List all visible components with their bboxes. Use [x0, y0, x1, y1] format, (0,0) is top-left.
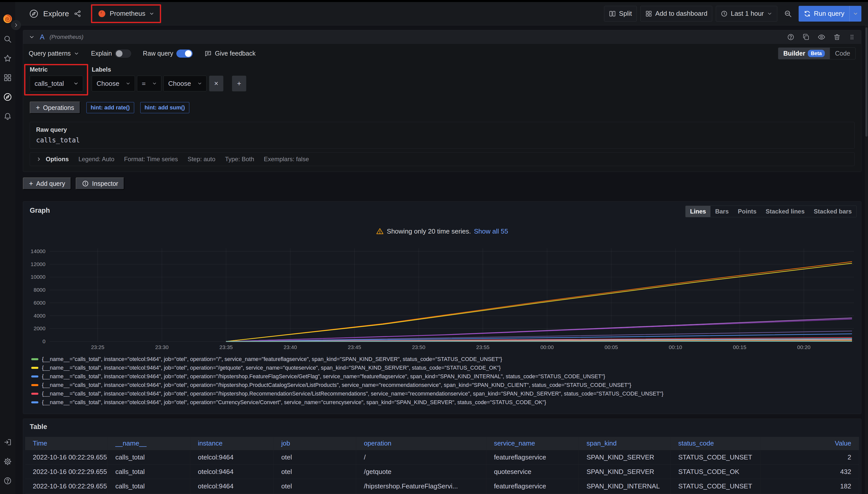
window-top-strip — [0, 0, 868, 2]
sidebar-item-alerting[interactable] — [0, 107, 15, 126]
svg-text:6000: 6000 — [34, 300, 46, 306]
run-query-button[interactable]: Run query — [799, 6, 862, 22]
duplicate-query-icon[interactable] — [802, 33, 810, 41]
hide-response-eye-icon[interactable] — [817, 33, 826, 41]
hint-add-rate-button[interactable]: hint: add rate() — [86, 102, 134, 113]
table-header-time[interactable]: Time — [25, 437, 108, 450]
add-query-button[interactable]: + Add query — [23, 177, 71, 190]
explore-compass-icon — [3, 92, 12, 101]
table-header-instance[interactable]: instance — [190, 437, 274, 450]
query-patterns-dropdown[interactable]: Query patterns — [29, 50, 79, 57]
builder-tab[interactable]: Builder Beta — [778, 48, 830, 59]
explore-actions: + Add query Inspector — [23, 177, 862, 190]
sidebar-item-dashboards[interactable] — [0, 68, 15, 87]
explore-icon — [29, 9, 39, 19]
legend-item[interactable]: {__name__="calls_total", instance="otelc… — [31, 390, 854, 398]
share-icon[interactable] — [74, 10, 81, 18]
scrollbar-thumb[interactable] — [866, 27, 868, 137]
raw-query-caption: Raw query — [36, 126, 848, 133]
graph-mode-lines[interactable]: Lines — [686, 206, 711, 217]
table-cell: featureflagservice — [486, 479, 579, 494]
table-header-value[interactable]: Value — [761, 437, 859, 450]
legend-item[interactable]: {__name__="calls_total", instance="otelc… — [31, 372, 854, 381]
table-cell: otel — [274, 479, 356, 494]
add-label-filter-button[interactable]: + — [232, 76, 246, 91]
series-label: {__name__="calls_total", instance="otelc… — [42, 356, 502, 362]
datasource-name: Prometheus — [110, 10, 145, 18]
sidebar-item-help[interactable] — [0, 471, 15, 491]
gear-icon — [3, 457, 12, 466]
sidebar-item-starred[interactable] — [0, 49, 15, 68]
sidebar-item-explore[interactable] — [0, 87, 15, 107]
run-query-dropdown[interactable] — [849, 6, 862, 22]
svg-text:00:00: 00:00 — [541, 344, 554, 350]
table-header-operation[interactable]: operation — [356, 437, 486, 450]
legend-item[interactable]: {__name__="calls_total", instance="otelc… — [31, 381, 854, 390]
query-options-collapsible[interactable]: Options Legend: Auto Format: Time series… — [30, 152, 854, 166]
table-header-job[interactable]: job — [274, 437, 356, 450]
hint-add-sum-button[interactable]: hint: add sum() — [140, 102, 189, 113]
metric-select[interactable]: calls_total — [30, 76, 83, 91]
remove-label-filter-button[interactable]: × — [209, 76, 223, 91]
legend-item[interactable]: {__name__="calls_total", instance="otelc… — [31, 363, 854, 372]
query-help-icon[interactable] — [787, 33, 795, 41]
sidebar-item-sign-in[interactable] — [0, 433, 15, 452]
time-range-picker[interactable]: Last 1 hour — [716, 6, 777, 22]
drag-handle-icon[interactable] — [848, 34, 855, 41]
svg-text:00:15: 00:15 — [733, 344, 746, 350]
collapse-chevron-icon[interactable] — [29, 34, 35, 40]
results-table: Time__name__instancejoboperationservice_… — [25, 437, 859, 494]
graph-mode-stacked-bars[interactable]: Stacked bars — [809, 206, 856, 217]
grafana-explore-page: Explore Prometheus Split — [0, 0, 868, 494]
table-header-name[interactable]: __name__ — [108, 437, 190, 450]
beta-badge: Beta — [808, 50, 825, 57]
query-row-header[interactable]: A (Prometheus) — [23, 30, 861, 44]
label-operator-select[interactable]: = — [137, 76, 161, 91]
show-all-series-link[interactable]: Show all 55 — [474, 227, 508, 235]
table-header-servicename[interactable]: service_name — [486, 437, 579, 450]
give-feedback-link[interactable]: Give feedback — [204, 50, 256, 57]
label-value-select[interactable]: Choose — [163, 76, 206, 91]
remove-query-trash-icon[interactable] — [833, 33, 841, 41]
explain-toggle[interactable]: Explain — [91, 50, 131, 58]
graph-mode-bars[interactable]: Bars — [710, 206, 733, 217]
datasource-picker[interactable]: Prometheus — [93, 6, 159, 22]
legend-item[interactable]: {__name__="calls_total", instance="otelc… — [31, 355, 854, 363]
graph-mode-points[interactable]: Points — [733, 206, 761, 217]
graph-mode-stacked-lines[interactable]: Stacked lines — [761, 206, 809, 217]
clock-icon — [721, 10, 728, 17]
inspector-button[interactable]: Inspector — [76, 177, 124, 190]
split-button[interactable]: Split — [604, 6, 637, 22]
zoom-out-icon — [784, 10, 792, 18]
sync-icon — [804, 10, 811, 17]
chevron-down-icon — [73, 81, 79, 86]
sidebar-expand-button[interactable] — [11, 20, 21, 30]
label-name-select[interactable]: Choose — [92, 76, 135, 91]
angle-right-icon — [36, 156, 42, 162]
raw-query-switch[interactable] — [176, 50, 193, 58]
warning-icon — [376, 227, 384, 235]
table-header-spankind[interactable]: span_kind — [579, 437, 671, 450]
plus-icon: + — [36, 103, 40, 112]
table-cell: SPAN_KIND_INTERNAL — [579, 479, 671, 494]
zoom-out-time-button[interactable] — [781, 6, 795, 22]
time-series-chart[interactable]: 0200040006000800010000120001400023:2523:… — [30, 246, 854, 352]
code-tab[interactable]: Code — [830, 48, 855, 59]
svg-text:23:35: 23:35 — [219, 344, 233, 350]
star-icon — [3, 54, 12, 63]
page-scrollbar[interactable] — [865, 25, 868, 494]
table-header-statuscode[interactable]: status_code — [671, 437, 760, 450]
legend-item[interactable]: {__name__="calls_total", instance="otelc… — [31, 398, 854, 407]
explain-switch[interactable] — [115, 50, 131, 58]
add-operation-button[interactable]: + Operations — [30, 101, 80, 114]
raw-query-toggle[interactable]: Raw query — [143, 50, 193, 58]
table-cell: SPAN_KIND_SERVER — [579, 464, 671, 479]
add-to-dashboard-button[interactable]: Add to dashboard — [640, 6, 712, 22]
svg-text:8000: 8000 — [34, 287, 46, 293]
chevron-down-icon — [197, 81, 202, 86]
series-color-marker — [31, 393, 38, 395]
series-color-marker — [31, 376, 38, 378]
sidebar-item-settings[interactable] — [0, 452, 15, 471]
sidebar-item-search[interactable] — [0, 30, 15, 49]
bell-icon — [3, 112, 12, 120]
